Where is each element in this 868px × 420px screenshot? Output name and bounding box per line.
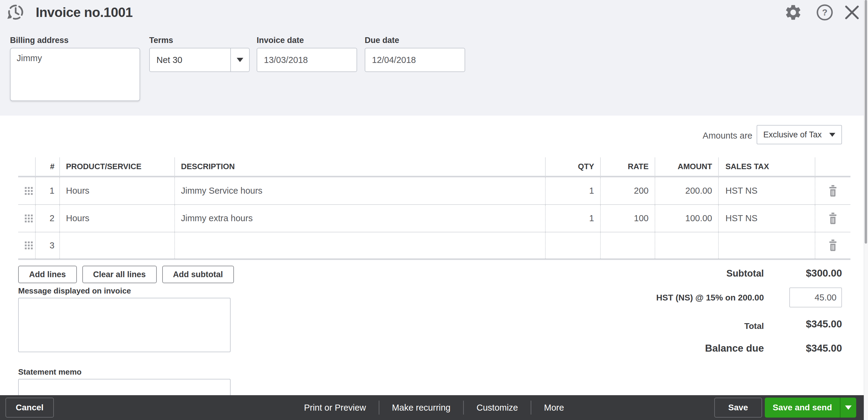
- save-and-send-dropdown-button[interactable]: [840, 398, 856, 418]
- row-number: 1: [36, 177, 60, 204]
- trash-icon: [828, 213, 838, 225]
- subtotal-label: Subtotal: [726, 268, 764, 279]
- chevron-down-icon: [829, 133, 835, 137]
- save-button[interactable]: Save: [714, 398, 762, 418]
- table-row: 3: [18, 232, 850, 260]
- page-title: Invoice no.1001: [36, 5, 132, 20]
- description-cell[interactable]: Jimmy extra hours: [175, 205, 546, 232]
- table-row: 1 Hours Jimmy Service hours 1 200 200.00…: [18, 177, 850, 205]
- rate-cell[interactable]: 200: [601, 177, 655, 204]
- total-value: $345.00: [806, 318, 842, 330]
- tax-label: HST (NS) @ 15% on 200.00: [656, 293, 764, 302]
- amounts-are-select[interactable]: Exclusive of Tax: [756, 125, 842, 144]
- amounts-are-selected-value: Exclusive of Tax: [763, 130, 822, 139]
- add-lines-button[interactable]: Add lines: [18, 266, 77, 283]
- scrollbar-track[interactable]: [864, 0, 868, 420]
- rate-cell[interactable]: 100: [601, 205, 655, 232]
- add-subtotal-button[interactable]: Add subtotal: [162, 266, 234, 283]
- trash-icon: [828, 239, 838, 252]
- amount-cell[interactable]: 100.00: [655, 205, 719, 232]
- terms-dropdown-button[interactable]: [230, 49, 249, 71]
- delete-row-button[interactable]: [828, 185, 838, 197]
- drag-handle-icon[interactable]: [25, 187, 33, 195]
- drag-cell: [18, 232, 36, 258]
- close-icon[interactable]: [843, 4, 861, 21]
- delete-row-button[interactable]: [828, 239, 838, 252]
- more-button[interactable]: More: [531, 401, 577, 415]
- balance-due-label: Balance due: [705, 343, 764, 354]
- balance-due-value: $345.00: [806, 343, 842, 354]
- delete-row-button[interactable]: [828, 213, 838, 225]
- trash-icon: [828, 185, 838, 197]
- gear-icon[interactable]: [784, 4, 802, 21]
- invoice-date-label: Invoice date: [257, 36, 304, 45]
- drag-cell: [18, 177, 36, 204]
- description-cell[interactable]: Jimmy Service hours: [175, 177, 546, 204]
- invoice-date-field[interactable]: [257, 48, 357, 72]
- table-row: 2 Hours Jimmy extra hours 1 100 100.00 H…: [18, 205, 850, 232]
- save-and-send-split-button: Save and send: [765, 398, 856, 418]
- total-label: Total: [744, 321, 764, 331]
- table-actions: Add lines Clear all lines Add subtotal: [18, 266, 234, 283]
- svg-text:?: ?: [822, 7, 828, 17]
- billing-address-field[interactable]: Jimmy: [10, 48, 140, 101]
- scrollbar-thumb[interactable]: [865, 0, 867, 244]
- statement-memo-label: Statement memo: [18, 367, 82, 377]
- product-service-cell[interactable]: [60, 232, 175, 258]
- chevron-down-icon: [845, 406, 851, 410]
- header-product-service: PRODUCT/SERVICE: [60, 157, 175, 176]
- qty-cell[interactable]: 1: [546, 177, 601, 204]
- sales-tax-cell[interactable]: [719, 232, 815, 258]
- product-service-cell[interactable]: Hours: [60, 177, 175, 204]
- row-number: 3: [36, 232, 60, 258]
- customize-button[interactable]: Customize: [464, 401, 531, 415]
- terms-select[interactable]: Net 30: [149, 48, 250, 72]
- terms-selected-value: Net 30: [150, 49, 230, 71]
- drag-handle-icon[interactable]: [25, 215, 33, 222]
- line-items-table: # PRODUCT/SERVICE DESCRIPTION QTY RATE A…: [18, 157, 850, 260]
- make-recurring-button[interactable]: Make recurring: [379, 401, 464, 415]
- row-number: 2: [36, 205, 60, 232]
- sales-tax-cell[interactable]: HST NS: [719, 177, 815, 204]
- terms-label: Terms: [149, 36, 173, 45]
- drag-handle-icon[interactable]: [25, 241, 33, 249]
- due-date-field[interactable]: [365, 48, 465, 72]
- header-description: DESCRIPTION: [175, 157, 546, 176]
- header-drag-col: [18, 157, 36, 176]
- rate-cell[interactable]: [601, 232, 655, 258]
- print-or-preview-button[interactable]: Print or Preview: [291, 401, 379, 415]
- qty-cell[interactable]: [546, 232, 601, 258]
- header-sales-tax: SALES TAX: [719, 157, 815, 176]
- amounts-are-label: Amounts are: [703, 131, 752, 141]
- header-actions-col: [815, 157, 850, 176]
- billing-address-label: Billing address: [10, 36, 69, 45]
- history-icon[interactable]: [5, 3, 25, 23]
- subtotal-value: $300.00: [806, 267, 842, 279]
- footer-bar: Cancel Print or Preview Make recurring C…: [0, 395, 868, 420]
- header-amount: AMOUNT: [655, 157, 719, 176]
- header-number: #: [36, 157, 60, 176]
- table-header-row: # PRODUCT/SERVICE DESCRIPTION QTY RATE A…: [18, 157, 850, 177]
- due-date-label: Due date: [365, 36, 399, 45]
- invoice-header-band: Invoice no.1001 ? Billing address Jimmy …: [0, 0, 868, 116]
- save-and-send-button[interactable]: Save and send: [765, 398, 840, 418]
- tax-amount-field[interactable]: [789, 287, 842, 308]
- header-qty: QTY: [546, 157, 601, 176]
- cancel-button[interactable]: Cancel: [5, 398, 54, 418]
- product-service-cell[interactable]: Hours: [60, 205, 175, 232]
- help-icon[interactable]: ?: [816, 4, 834, 21]
- drag-cell: [18, 205, 36, 232]
- header-rate: RATE: [601, 157, 655, 176]
- message-label: Message displayed on invoice: [18, 286, 131, 296]
- clear-all-lines-button[interactable]: Clear all lines: [82, 266, 157, 283]
- qty-cell[interactable]: 1: [546, 205, 601, 232]
- amount-cell[interactable]: 200.00: [655, 177, 719, 204]
- description-cell[interactable]: [175, 232, 546, 258]
- amount-cell[interactable]: [655, 232, 719, 258]
- sales-tax-cell[interactable]: HST NS: [719, 205, 815, 232]
- message-field[interactable]: [18, 298, 230, 352]
- chevron-down-icon: [237, 58, 243, 62]
- footer-links: Print or Preview Make recurring Customiz…: [291, 395, 577, 420]
